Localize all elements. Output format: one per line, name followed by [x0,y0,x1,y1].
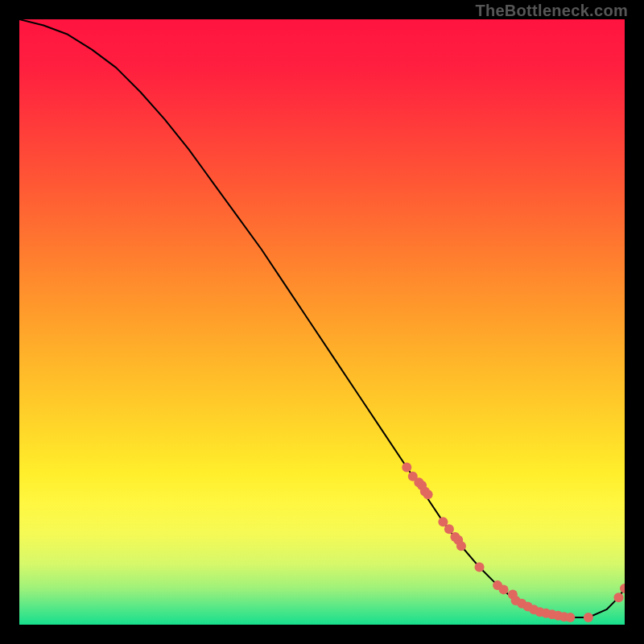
data-point [499,584,509,594]
data-point [423,489,433,499]
data-point [584,613,593,622]
data-point [402,462,411,472]
data-point [444,524,454,534]
data-point [475,563,485,572]
bottleneck-chart [19,19,625,625]
data-point [613,592,623,602]
gradient-background [19,19,625,625]
data-point [456,541,466,551]
data-point [565,613,575,622]
chart-frame: TheBottleneck.com [0,0,644,644]
watermark-text: TheBottleneck.com [475,2,628,20]
